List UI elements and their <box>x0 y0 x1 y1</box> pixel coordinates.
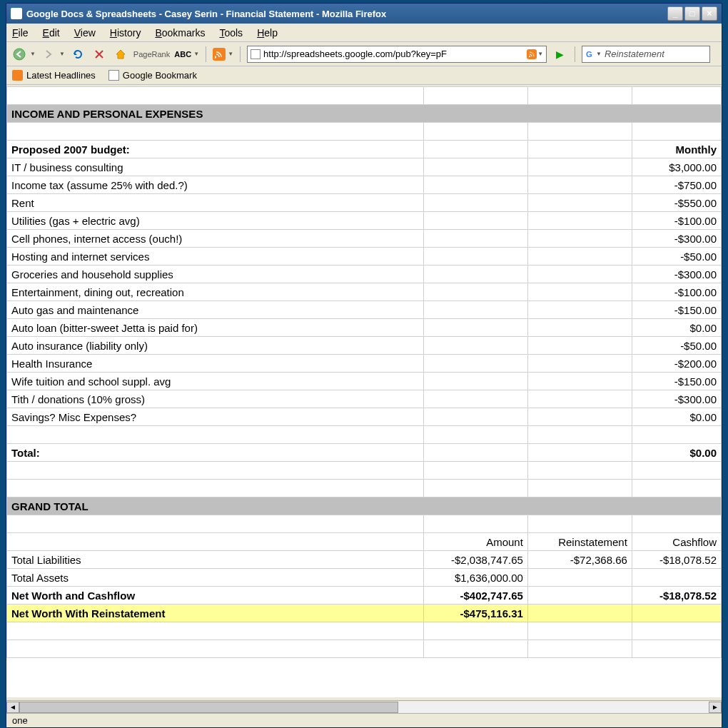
google-icon: G <box>585 49 595 59</box>
spreadsheet-viewport[interactable]: INCOME AND PERSONAL EXPENSES Proposed 20… <box>6 86 722 697</box>
rss-icon[interactable] <box>213 48 226 61</box>
title-bar: Google Docs & Spreadsheets - Casey Serin… <box>6 4 722 24</box>
budget-item-label[interactable]: Cell phones, internet access (ouch!) <box>7 230 424 248</box>
table-row[interactable]: Hosting and internet services-$50.00 <box>7 248 722 266</box>
budget-item-label[interactable]: Wife tuition and school suppl. avg <box>7 373 424 390</box>
budget-item-value[interactable]: -$300.00 <box>632 230 721 248</box>
forward-button[interactable] <box>40 46 57 63</box>
budget-item-value[interactable]: -$150.00 <box>632 301 721 319</box>
budget-item-label[interactable]: Auto insurance (liability only) <box>7 337 424 355</box>
budget-item-value[interactable]: -$550.00 <box>632 194 721 212</box>
spellcheck-button[interactable]: ABC <box>174 46 191 63</box>
table-row[interactable]: Tith / donations (10% gross)-$300.00 <box>7 390 722 408</box>
url-dropdown-icon[interactable]: ▼ <box>537 51 543 57</box>
table-row[interactable]: Cell phones, internet access (ouch!)-$30… <box>7 230 722 248</box>
table-row[interactable]: Income tax (assume 25% with ded.?)-$750.… <box>7 176 722 194</box>
table-row[interactable]: Utilities (gas + electric avg)-$100.00 <box>7 212 722 230</box>
spreadsheet-grid[interactable]: INCOME AND PERSONAL EXPENSES Proposed 20… <box>6 86 722 658</box>
scroll-track[interactable] <box>19 702 709 713</box>
budget-label[interactable]: Proposed 2007 budget: <box>7 141 424 158</box>
budget-item-label[interactable]: Savings? Misc Expenses? <box>7 408 424 426</box>
bookmark-google[interactable]: Google Bookmark <box>108 70 197 81</box>
table-row[interactable]: Savings? Misc Expenses?$0.00 <box>7 408 722 426</box>
pagerank-label: PageRank <box>133 50 170 59</box>
budget-item-label[interactable]: Auto loan (bitter-sweet Jetta is paid fo… <box>7 319 424 337</box>
budget-item-value[interactable]: $0.00 <box>632 319 721 337</box>
budget-item-value[interactable]: -$50.00 <box>632 337 721 355</box>
svg-point-0 <box>14 49 25 60</box>
table-row[interactable]: Health Insurance-$200.00 <box>7 355 722 373</box>
table-row[interactable]: Auto insurance (liability only)-$50.00 <box>7 337 722 355</box>
menu-history[interactable]: History <box>110 27 141 39</box>
menu-bookmarks[interactable]: Bookmarks <box>155 27 205 39</box>
budget-item-label[interactable]: Groceries and household supplies <box>7 266 424 283</box>
menu-edit[interactable]: Edit <box>43 27 60 39</box>
menu-view[interactable]: View <box>74 27 96 39</box>
col-header-amount[interactable]: Amount <box>423 533 527 551</box>
close-button[interactable]: × <box>702 6 717 21</box>
menu-file[interactable]: File <box>12 27 29 39</box>
budget-item-value[interactable]: -$100.00 <box>632 283 721 301</box>
menu-tools[interactable]: Tools <box>219 27 243 39</box>
minimize-button[interactable]: _ <box>667 6 683 21</box>
menu-help[interactable]: Help <box>257 27 278 39</box>
budget-item-value[interactable]: $0.00 <box>632 408 721 426</box>
budget-item-label[interactable]: IT / business consulting <box>7 158 424 176</box>
nav-toolbar: ▼ ▼ PageRank ABC ▼ ▼ http://spreadsheets… <box>6 42 722 66</box>
go-button[interactable]: ▶ <box>551 46 568 63</box>
total-value[interactable]: $0.00 <box>632 444 721 462</box>
toolbar-separator <box>206 46 206 62</box>
budget-item-value[interactable]: $3,000.00 <box>632 158 721 176</box>
table-row[interactable]: IT / business consulting$3,000.00 <box>7 158 722 176</box>
search-engine-dropdown-icon[interactable]: ▼ <box>596 51 602 57</box>
budget-item-label[interactable]: Rent <box>7 194 424 212</box>
budget-item-value[interactable]: -$300.00 <box>632 390 721 408</box>
back-button[interactable] <box>11 46 28 63</box>
app-icon <box>11 8 22 19</box>
col-header-cashflow[interactable]: Cashflow <box>632 533 721 551</box>
table-row[interactable]: Groceries and household supplies-$300.00 <box>7 266 722 283</box>
toolbar-separator <box>575 46 575 62</box>
scroll-right-button[interactable]: ► <box>709 702 722 713</box>
url-bar[interactable]: http://spreadsheets.google.com/pub?key=p… <box>247 46 547 63</box>
abc-dropdown-icon[interactable]: ▼ <box>193 51 199 57</box>
bookmark-headlines[interactable]: Latest Headlines <box>12 70 96 81</box>
scroll-thumb[interactable] <box>19 702 398 713</box>
monthly-header[interactable]: Monthly <box>632 141 721 158</box>
home-button[interactable] <box>112 46 129 63</box>
budget-item-value[interactable]: -$200.00 <box>632 355 721 373</box>
col-header-reinstatement[interactable]: Reinstatement <box>527 533 632 551</box>
section-header-grandtotal: GRAND TOTAL <box>7 497 722 515</box>
svg-text:G: G <box>586 49 592 58</box>
table-row[interactable]: Wife tuition and school suppl. avg-$150.… <box>7 373 722 390</box>
table-row[interactable]: Rent-$550.00 <box>7 194 722 212</box>
search-box[interactable]: G ▼ Reinstatement <box>582 46 710 63</box>
total-label[interactable]: Total: <box>7 444 424 462</box>
stop-button[interactable] <box>91 46 108 63</box>
table-row[interactable]: Entertainment, dining out, recreation-$1… <box>7 283 722 301</box>
budget-item-label[interactable]: Utilities (gas + electric avg) <box>7 212 424 230</box>
back-dropdown-icon[interactable]: ▼ <box>30 51 36 57</box>
scroll-left-button[interactable]: ◄ <box>6 702 19 713</box>
budget-item-value[interactable]: -$150.00 <box>632 373 721 390</box>
budget-item-value[interactable]: -$300.00 <box>632 266 721 283</box>
budget-item-label[interactable]: Tith / donations (10% gross) <box>7 390 424 408</box>
budget-item-value[interactable]: -$750.00 <box>632 176 721 194</box>
table-row[interactable]: Auto loan (bitter-sweet Jetta is paid fo… <box>7 319 722 337</box>
rss-dropdown-icon[interactable]: ▼ <box>228 51 233 57</box>
menu-bar: File Edit View History Bookmarks Tools H… <box>6 24 722 42</box>
budget-item-label[interactable]: Hosting and internet services <box>7 248 424 266</box>
budget-item-value[interactable]: -$100.00 <box>632 212 721 230</box>
budget-item-value[interactable]: -$50.00 <box>632 248 721 266</box>
budget-item-label[interactable]: Entertainment, dining out, recreation <box>7 283 424 301</box>
forward-dropdown-icon[interactable]: ▼ <box>59 51 65 57</box>
table-row[interactable]: Auto gas and maintenance-$150.00 <box>7 301 722 319</box>
budget-item-label[interactable]: Income tax (assume 25% with ded.?) <box>7 176 424 194</box>
horizontal-scrollbar[interactable]: ◄ ► <box>6 700 722 713</box>
maximize-button[interactable]: □ <box>684 6 700 21</box>
budget-item-label[interactable]: Auto gas and maintenance <box>7 301 424 319</box>
feed-icon[interactable] <box>527 49 537 59</box>
reload-button[interactable] <box>69 46 86 63</box>
page-icon <box>108 70 119 81</box>
budget-item-label[interactable]: Health Insurance <box>7 355 424 373</box>
